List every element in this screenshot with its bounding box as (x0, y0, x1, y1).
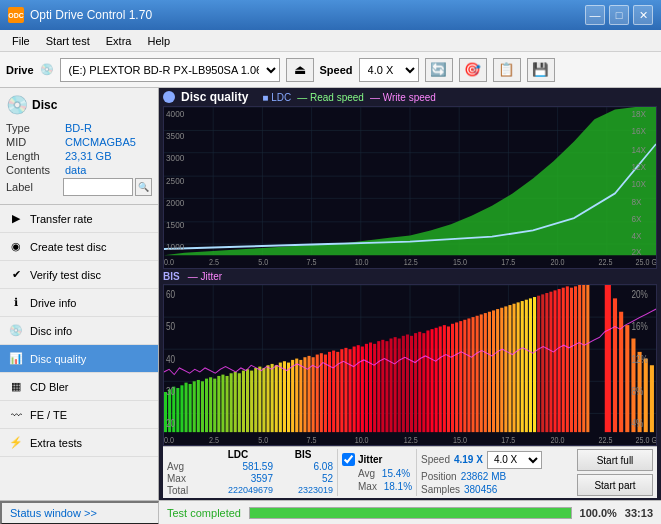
sidebar-item-drive-info[interactable]: ℹ Drive info (0, 289, 158, 317)
svg-rect-65 (193, 381, 196, 432)
svg-rect-125 (439, 326, 442, 432)
jitter-checkbox[interactable] (342, 453, 355, 466)
svg-rect-142 (508, 305, 511, 432)
svg-rect-85 (275, 365, 278, 432)
svg-text:16X: 16X (631, 125, 646, 136)
svg-rect-124 (435, 327, 438, 431)
sidebar-item-extra-tests[interactable]: ⚡ Extra tests (0, 429, 158, 457)
svg-rect-97 (324, 354, 327, 432)
svg-rect-113 (390, 338, 393, 432)
total-bis: 2323019 (273, 484, 333, 496)
max-bis: 52 (273, 473, 333, 485)
sidebar-item-verify-test-disc[interactable]: ✔ Verify test disc (0, 261, 158, 289)
total-label: Total (167, 484, 203, 496)
svg-rect-129 (455, 322, 458, 432)
svg-rect-86 (279, 362, 282, 432)
menu-start-test[interactable]: Start test (38, 33, 98, 49)
chart-title-bar: Disc quality ■ LDC — Read speed — Write … (163, 90, 657, 104)
maximize-button[interactable]: □ (609, 5, 629, 25)
svg-rect-111 (381, 339, 384, 431)
svg-text:8X: 8X (631, 196, 641, 207)
toolbar-btn-2[interactable]: 📋 (493, 58, 521, 82)
minimize-button[interactable]: — (585, 5, 605, 25)
toolbar-btn-3[interactable]: 💾 (527, 58, 555, 82)
svg-rect-88 (287, 362, 290, 432)
svg-rect-69 (209, 377, 212, 432)
verify-test-disc-label: Verify test disc (30, 269, 101, 281)
svg-rect-87 (283, 361, 286, 432)
svg-rect-68 (205, 378, 208, 432)
svg-rect-135 (480, 314, 483, 432)
svg-rect-136 (484, 313, 487, 432)
svg-rect-126 (443, 325, 446, 432)
svg-rect-75 (234, 371, 237, 431)
eject-button[interactable]: ⏏ (286, 58, 314, 82)
drive-icon: 💿 (40, 63, 54, 76)
svg-rect-115 (398, 338, 401, 432)
svg-text:5.0: 5.0 (258, 433, 268, 444)
menu-extra[interactable]: Extra (98, 33, 140, 49)
disc-length-row: Length 23,31 GB (6, 150, 152, 162)
svg-rect-71 (217, 375, 220, 431)
title-bar-left: ODC Opti Drive Control 1.70 (8, 7, 152, 23)
start-part-button[interactable]: Start part (577, 474, 653, 496)
speed-dropdown[interactable]: 4.0 X (487, 451, 542, 469)
svg-rect-168 (644, 358, 648, 432)
ldc-header: LDC (203, 449, 273, 461)
samples-value: 380456 (464, 484, 497, 495)
svg-rect-161 (586, 285, 589, 432)
status-window-button[interactable]: Status window >> (0, 501, 159, 525)
svg-text:50: 50 (166, 320, 175, 332)
extra-tests-icon: ⚡ (8, 435, 24, 451)
svg-rect-159 (578, 285, 581, 432)
time-display: 33:13 (625, 507, 653, 519)
svg-text:15.0: 15.0 (453, 433, 467, 444)
position-value: 23862 MB (461, 471, 507, 482)
disc-label-input[interactable] (63, 178, 133, 196)
svg-rect-138 (492, 310, 495, 432)
sidebar-item-disc-quality[interactable]: 📊 Disc quality (0, 345, 158, 373)
upper-chart: 4000 3500 3000 2500 2000 1500 1000 18X 1… (163, 106, 657, 269)
svg-rect-110 (377, 341, 380, 432)
lower-chart-header: BIS — Jitter (163, 271, 657, 282)
svg-rect-165 (625, 325, 629, 432)
drive-select[interactable]: (E:) PLEXTOR BD-R PX-LB950SA 1.06 (60, 58, 280, 82)
svg-text:10.0: 10.0 (355, 257, 369, 267)
speed-select[interactable]: 4.0 X (359, 58, 419, 82)
sidebar-item-fe-te[interactable]: 〰 FE / TE (0, 401, 158, 429)
close-button[interactable]: ✕ (633, 5, 653, 25)
svg-text:20.0: 20.0 (550, 433, 564, 444)
svg-rect-106 (361, 346, 364, 432)
menu-help[interactable]: Help (139, 33, 178, 49)
lower-chart: 20% 16% 12% 8% 4% 60 50 40 30 20 0.0 2.5 (163, 284, 657, 447)
progress-percent: 100.0% (580, 507, 617, 519)
svg-rect-82 (262, 367, 265, 431)
start-full-button[interactable]: Start full (577, 449, 653, 471)
svg-rect-104 (353, 346, 356, 432)
jitter-section: Jitter Avg 15.4% Max 18.1% (337, 449, 412, 496)
menu-file[interactable]: File (4, 33, 38, 49)
right-panel: Disc quality ■ LDC — Read speed — Write … (159, 88, 661, 500)
svg-rect-98 (328, 351, 331, 431)
sidebar-item-disc-info[interactable]: 💿 Disc info (0, 317, 158, 345)
sidebar-item-transfer-rate[interactable]: ▶ Transfer rate (0, 205, 158, 233)
max-ldc: 3597 (203, 473, 273, 485)
jitter-label: Jitter (358, 454, 382, 465)
svg-text:20: 20 (166, 416, 175, 428)
svg-text:1500: 1500 (166, 219, 184, 230)
svg-rect-112 (385, 341, 388, 432)
svg-rect-152 (549, 291, 552, 431)
window-controls: — □ ✕ (585, 5, 653, 25)
disc-mid-value: CMCMAGBA5 (65, 136, 136, 148)
disc-label-btn[interactable]: 🔍 (135, 178, 152, 196)
svg-text:16%: 16% (631, 320, 648, 332)
bis-header: BIS (273, 449, 333, 461)
avg-ldc: 581.59 (203, 461, 273, 473)
sidebar-item-cd-bler[interactable]: ▦ CD Bler (0, 373, 158, 401)
svg-text:20.0: 20.0 (550, 257, 564, 267)
toolbar-btn-1[interactable]: 🎯 (459, 58, 487, 82)
svg-rect-83 (267, 365, 270, 432)
svg-rect-78 (246, 369, 249, 432)
refresh-button[interactable]: 🔄 (425, 58, 453, 82)
sidebar-item-create-test-disc[interactable]: ◉ Create test disc (0, 233, 158, 261)
